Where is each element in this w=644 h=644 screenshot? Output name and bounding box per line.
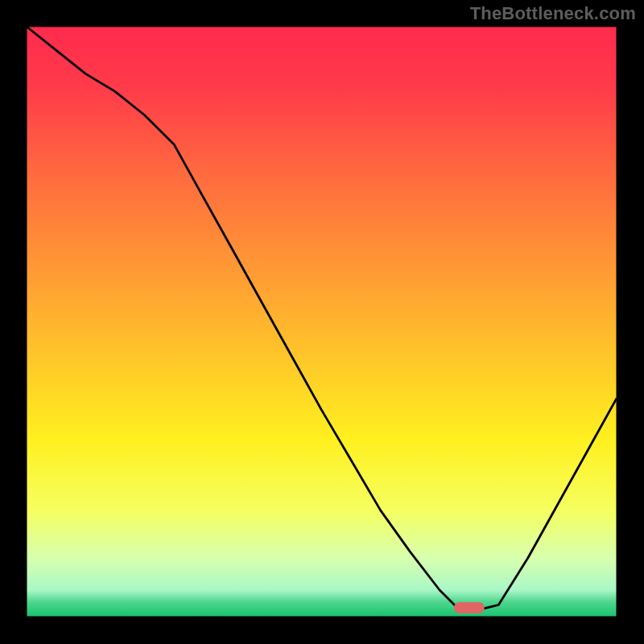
plot-background <box>27 27 617 617</box>
chart-stage: TheBottleneck.com <box>0 0 644 644</box>
optimum-marker <box>454 602 485 613</box>
plot-svg <box>0 0 644 644</box>
